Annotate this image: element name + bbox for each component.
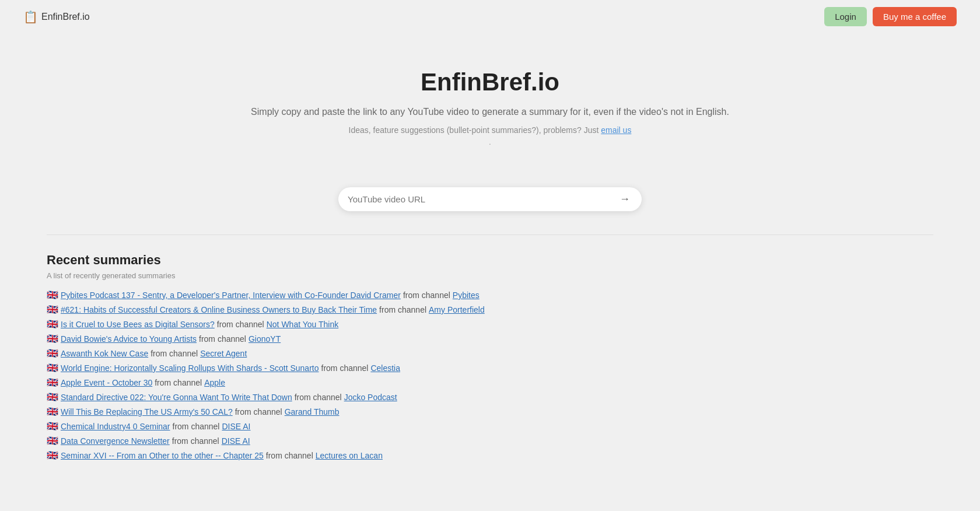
- summary-title-link[interactable]: Will This Be Replacing The US Army's 50 …: [61, 407, 233, 416]
- from-text: from channel: [155, 378, 202, 387]
- from-text: from channel: [321, 363, 369, 373]
- channel-link[interactable]: DISE AI: [222, 436, 250, 446]
- from-text: from channel: [403, 290, 450, 300]
- recent-summaries-desc: A list of recently generated summaries: [47, 271, 933, 280]
- from-text: from channel: [266, 451, 313, 460]
- list-item: 🇬🇧 Will This Be Replacing The US Army's …: [47, 406, 933, 417]
- list-item: 🇬🇧 World Engine: Horizontally Scaling Ro…: [47, 362, 933, 373]
- flag-icon: 🇬🇧: [47, 377, 58, 388]
- flag-icon: 🇬🇧: [47, 450, 58, 461]
- hero-section: EnfinBref.io Simply copy and paste the l…: [0, 33, 980, 176]
- login-button[interactable]: Login: [824, 7, 867, 26]
- list-item: 🇬🇧 David Bowie's Advice to Young Artists…: [47, 333, 933, 344]
- search-container: →: [0, 187, 980, 211]
- nav-actions: Login Buy me a coffee: [824, 7, 957, 26]
- search-box: →: [338, 187, 642, 211]
- buy-coffee-button[interactable]: Buy me a coffee: [873, 7, 957, 26]
- logo-icon: 📋: [23, 10, 38, 24]
- summary-list: 🇬🇧 Pybites Podcast 137 - Sentry, a Devel…: [47, 289, 933, 461]
- logo-text: EnfinBref.io: [41, 12, 90, 22]
- from-text: from channel: [379, 305, 426, 314]
- from-text: from channel: [235, 407, 282, 416]
- from-text: from channel: [295, 393, 342, 402]
- navbar: 📋 EnfinBref.io Login Buy me a coffee: [0, 0, 980, 33]
- list-item: 🇬🇧 Is it Cruel to Use Bees as Digital Se…: [47, 318, 933, 330]
- flag-icon: 🇬🇧: [47, 333, 58, 344]
- summary-title-link[interactable]: Pybites Podcast 137 - Sentry, a Develope…: [61, 290, 401, 300]
- from-text: from channel: [217, 320, 264, 329]
- section-divider: [47, 235, 933, 235]
- channel-link[interactable]: Pybites: [453, 290, 480, 300]
- channel-link[interactable]: Apple: [204, 378, 225, 387]
- search-input[interactable]: [348, 194, 617, 204]
- channel-link[interactable]: Celestia: [370, 363, 400, 373]
- flag-icon: 🇬🇧: [47, 289, 58, 300]
- flag-icon: 🇬🇧: [47, 318, 58, 330]
- summary-title-link[interactable]: David Bowie's Advice to Young Artists: [61, 334, 197, 344]
- summary-title-link[interactable]: Standard Directive 022: You're Gonna Wan…: [61, 393, 292, 402]
- from-text: from channel: [199, 334, 246, 344]
- from-text: from channel: [150, 349, 198, 358]
- from-text: from channel: [172, 436, 219, 446]
- flag-icon: 🇬🇧: [47, 362, 58, 373]
- dot-separator: .: [12, 138, 968, 146]
- logo: 📋 EnfinBref.io: [23, 10, 90, 24]
- channel-link[interactable]: GionoYT: [249, 334, 281, 344]
- list-item: 🇬🇧 #621: Habits of Successful Creators &…: [47, 304, 933, 315]
- summary-title-link[interactable]: Is it Cruel to Use Bees as Digital Senso…: [61, 320, 215, 329]
- recent-summaries-section: Recent summaries A list of recently gene…: [0, 253, 980, 484]
- flag-icon: 🇬🇧: [47, 348, 58, 359]
- summary-title-link[interactable]: Aswanth Kok New Case: [61, 349, 148, 358]
- flag-icon: 🇬🇧: [47, 435, 58, 446]
- flag-icon: 🇬🇧: [47, 421, 58, 432]
- channel-link[interactable]: Secret Agent: [200, 349, 247, 358]
- channel-link[interactable]: Jocko Podcast: [344, 393, 397, 402]
- list-item: 🇬🇧 Seminar XVI -- From an Other to the o…: [47, 450, 933, 461]
- summary-title-link[interactable]: Data Convergence Newsletter: [61, 436, 170, 446]
- list-item: 🇬🇧 Apple Event - October 30 from channel…: [47, 377, 933, 388]
- channel-link[interactable]: Not What You Think: [267, 320, 338, 329]
- summary-title-link[interactable]: World Engine: Horizontally Scaling Rollu…: [61, 363, 319, 373]
- ideas-text: Ideas, feature suggestions (bullet-point…: [349, 125, 601, 135]
- summary-title-link[interactable]: Seminar XVI -- From an Other to the othe…: [61, 451, 264, 460]
- from-text: from channel: [173, 422, 220, 431]
- list-item: 🇬🇧 Standard Directive 022: You're Gonna …: [47, 391, 933, 402]
- list-item: 🇬🇧 Chemical Industry4 0 Seminar from cha…: [47, 421, 933, 432]
- channel-link[interactable]: Lectures on Lacan: [316, 451, 383, 460]
- channel-link[interactable]: Garand Thumb: [285, 407, 340, 416]
- page-title: EnfinBref.io: [12, 68, 968, 96]
- flag-icon: 🇬🇧: [47, 304, 58, 315]
- hero-ideas: Ideas, feature suggestions (bullet-point…: [12, 125, 968, 135]
- flag-icon: 🇬🇧: [47, 406, 58, 417]
- summary-title-link[interactable]: #621: Habits of Successful Creators & On…: [61, 305, 377, 314]
- summary-title-link[interactable]: Apple Event - October 30: [61, 378, 152, 387]
- list-item: 🇬🇧 Aswanth Kok New Case from channel Sec…: [47, 348, 933, 359]
- list-item: 🇬🇧 Data Convergence Newsletter from chan…: [47, 435, 933, 446]
- list-item: 🇬🇧 Pybites Podcast 137 - Sentry, a Devel…: [47, 289, 933, 300]
- channel-link[interactable]: DISE AI: [222, 422, 250, 431]
- hero-subtitle: Simply copy and paste the link to any Yo…: [12, 107, 968, 117]
- channel-link[interactable]: Amy Porterfield: [429, 305, 485, 314]
- flag-icon: 🇬🇧: [47, 391, 58, 402]
- summary-title-link[interactable]: Chemical Industry4 0 Seminar: [61, 422, 170, 431]
- email-link[interactable]: email us: [601, 125, 631, 135]
- recent-summaries-title: Recent summaries: [47, 253, 933, 268]
- search-submit-button[interactable]: →: [617, 193, 632, 205]
